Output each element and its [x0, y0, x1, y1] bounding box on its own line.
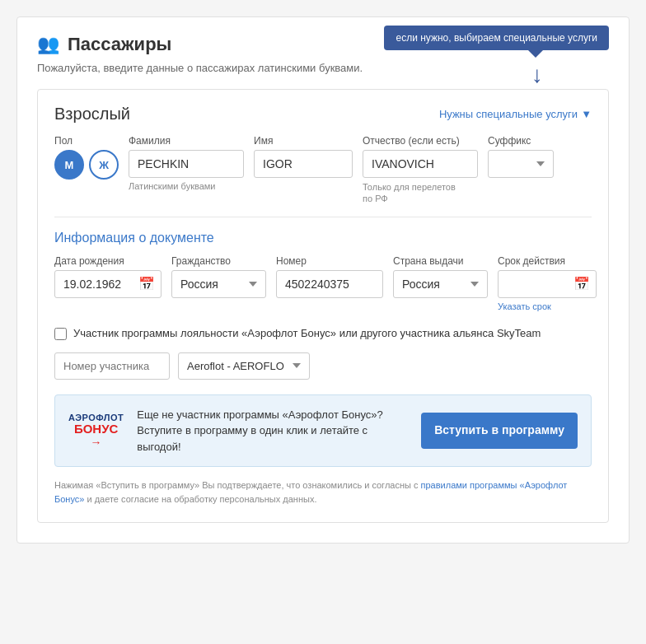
gender-buttons: М Ж: [54, 150, 119, 180]
passengers-icon: 👥: [37, 34, 59, 55]
bonus-text: Еще не участник программы «Аэрофлот Бону…: [137, 407, 408, 455]
tooltip-arrow: ↓: [531, 62, 543, 88]
citizenship-label: Гражданство: [171, 255, 266, 267]
suffix-label: Суффикс: [488, 135, 554, 147]
name-fields-row: Пол М Ж Фамилия Латинскими буквами Имя О…: [54, 135, 592, 205]
middle-name-note: Только для перелетов по РФ: [363, 181, 461, 205]
middle-name-field: Отчество (если есть) Только для перелето…: [363, 135, 478, 205]
doc-number-field: Номер: [276, 255, 383, 298]
card-title: Взрослый: [54, 105, 130, 124]
loyalty-number-input[interactable]: [54, 352, 170, 380]
document-fields-row: Дата рождения 📅 Гражданство Россия США Г…: [54, 255, 592, 311]
validity-label: Срок действия: [498, 255, 597, 267]
loyalty-checkbox[interactable]: [54, 328, 67, 340]
divider-1: [54, 217, 592, 217]
loyalty-row: Участник программы лояльности «Аэрофлот …: [54, 326, 592, 341]
middle-name-label: Отчество (если есть): [363, 135, 478, 147]
bonus-logo: АЭРОФЛОТ БОНУС →: [68, 413, 124, 448]
birth-date-field: Дата рождения 📅: [54, 255, 162, 298]
birth-date-wrap: 📅: [54, 270, 162, 298]
bonus-logo-arrow: →: [91, 436, 102, 448]
birth-date-input[interactable]: [54, 270, 162, 298]
last-name-input[interactable]: [129, 150, 244, 178]
last-name-hint: Латинскими буквами: [129, 181, 244, 191]
gender-male-button[interactable]: М: [54, 150, 84, 180]
citizenship-field: Гражданство Россия США Германия: [171, 255, 266, 298]
doc-number-input[interactable]: [276, 270, 383, 298]
loyalty-inputs: Aeroflot - AEROFLOT S7 - S7 KLM - KL: [54, 352, 592, 380]
doc-number-label: Номер: [276, 255, 383, 267]
tooltip-bubble: если нужно, выбираем специальные услуги: [384, 26, 609, 50]
special-services-link[interactable]: Нужны специальные услуги ▼: [439, 108, 592, 120]
citizenship-select[interactable]: Россия США Германия: [171, 270, 266, 298]
validity-hint[interactable]: Указать срок: [498, 301, 597, 311]
suffix-field: Суффикс Jr Sr: [488, 135, 554, 178]
page-container: если нужно, выбираем специальные услуги …: [16, 16, 630, 544]
bonus-banner: АЭРОФЛОТ БОНУС → Еще не участник програм…: [54, 394, 592, 468]
tooltip-text: если нужно, выбираем специальные услуги: [396, 32, 597, 44]
validity-date-wrap: 📅: [498, 270, 597, 298]
loyalty-airline-select[interactable]: Aeroflot - AEROFLOT S7 - S7 KLM - KL: [178, 352, 310, 380]
birth-date-label: Дата рождения: [54, 255, 162, 267]
passenger-form-card: Взрослый Нужны специальные услуги ▼ Пол …: [37, 89, 609, 523]
page-subtitle: Пожалуйста, введите данные о пассажирах …: [37, 62, 609, 74]
middle-name-input[interactable]: [363, 150, 478, 178]
issue-country-field: Страна выдачи Россия США Германия: [393, 255, 488, 298]
join-program-button[interactable]: Вступить в программу: [421, 413, 578, 449]
footer-note: Нажимая «Вступить в программу» Вы подтве…: [54, 478, 592, 506]
gender-label: Пол: [54, 135, 119, 147]
first-name-input[interactable]: [254, 150, 353, 178]
last-name-label: Фамилия: [129, 135, 244, 147]
loyalty-label: Участник программы лояльности «Аэрофлот …: [73, 326, 541, 341]
validity-field: Срок действия 📅 Указать срок: [498, 255, 597, 311]
gender-female-button[interactable]: Ж: [89, 150, 119, 180]
issue-country-select[interactable]: Россия США Германия: [393, 270, 488, 298]
page-title-row: 👥 Пассажиры: [37, 34, 171, 55]
issue-country-label: Страна выдачи: [393, 255, 488, 267]
document-section-title: Информация о документе: [54, 231, 592, 245]
validity-date-input[interactable]: [498, 270, 597, 298]
page-title: Пассажиры: [68, 34, 171, 55]
last-name-field: Фамилия Латинскими буквами: [129, 135, 244, 191]
suffix-select[interactable]: Jr Sr: [488, 150, 554, 178]
card-header: Взрослый Нужны специальные услуги ▼: [54, 105, 592, 124]
bonus-logo-word: БОНУС: [74, 422, 118, 435]
first-name-label: Имя: [254, 135, 353, 147]
gender-field: Пол М Ж: [54, 135, 119, 180]
first-name-field: Имя: [254, 135, 353, 178]
